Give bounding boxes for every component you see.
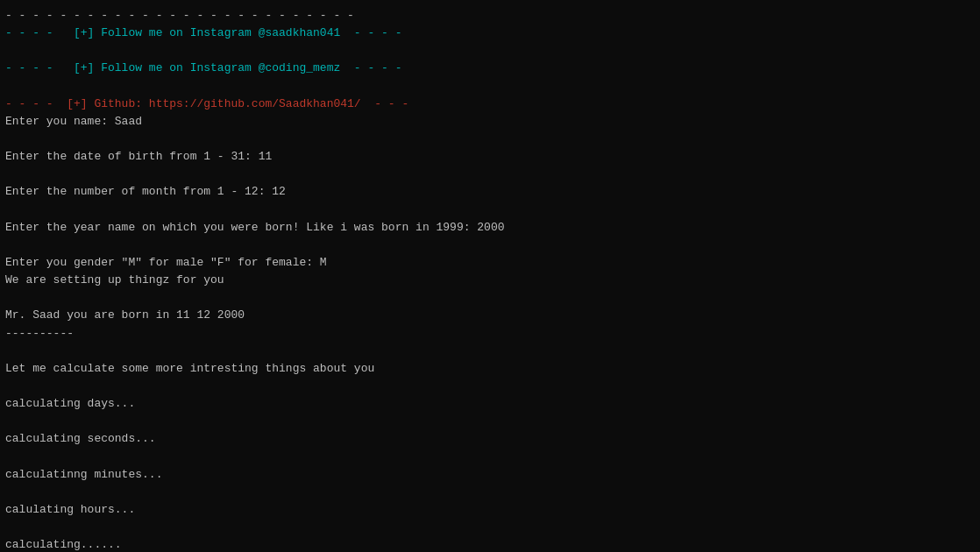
line-enter-month: Enter the number of month from 1 - 12: 1…	[5, 183, 975, 201]
line-blank-5	[5, 202, 975, 219]
line-dashes-top: - - - - - - - - - - - - - - - - - - - - …	[5, 7, 975, 25]
line-calc-seconds: calculating seconds...	[5, 430, 975, 448]
terminal-window: - - - - - - - - - - - - - - - - - - - - …	[0, 0, 980, 552]
line-calc-hours: calulating hours...	[5, 501, 975, 519]
line-setting-up: We are setting up thingz for you	[5, 272, 975, 289]
line-blank-2	[5, 78, 975, 96]
line-calculate-intro: Let me calculate some more intresting th…	[5, 360, 975, 378]
line-instagram-2: - - - - [+] Follow me on Instagram @codi…	[5, 60, 975, 77]
line-calc-days: calculating days...	[5, 395, 975, 413]
line-born-info: Mr. Saad you are born in 11 12 2000	[5, 307, 975, 324]
line-blank-3	[5, 131, 975, 148]
line-instagram-1: - - - - [+] Follow me on Instagram @saad…	[5, 25, 975, 42]
line-blank-12	[5, 484, 975, 501]
line-blank-6	[5, 237, 975, 254]
line-enter-year: Enter the year name on which you were bo…	[5, 219, 975, 237]
line-enter-dob: Enter the date of birth from 1 - 31: 11	[5, 148, 975, 166]
line-blank-8	[5, 343, 975, 360]
line-blank-4	[5, 166, 975, 183]
line-enter-gender: Enter you gender "M" for male "F" for fe…	[5, 254, 975, 272]
line-enter-name: Enter you name: Saad	[5, 113, 975, 131]
line-blank-10	[5, 413, 975, 430]
line-calculating-dots: calculating......	[5, 536, 975, 552]
line-blank-11	[5, 449, 975, 466]
line-separator-1: ----------	[5, 325, 975, 343]
line-calc-minutes: calculatinng minutes...	[5, 466, 975, 484]
line-github: - - - - [+] Github: https://github.com/S…	[5, 96, 975, 113]
line-blank-13	[5, 519, 975, 536]
line-blank-7	[5, 289, 975, 307]
line-blank-9	[5, 378, 975, 395]
line-blank-1	[5, 42, 975, 60]
